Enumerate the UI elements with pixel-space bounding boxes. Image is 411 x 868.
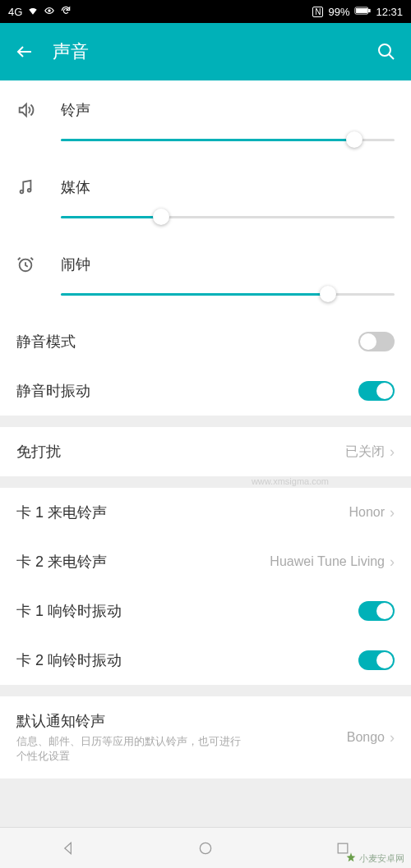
media-slider[interactable] [61, 209, 395, 225]
svg-point-6 [28, 189, 31, 192]
wifi-icon [27, 5, 39, 19]
svg-point-8 [200, 843, 210, 853]
nav-back-button[interactable] [60, 840, 76, 857]
vibrate-silent-row[interactable]: 静音时振动 [0, 366, 411, 416]
svg-point-5 [21, 191, 24, 194]
default-notif-label: 默认通知铃声 [16, 711, 247, 731]
chevron-right-icon: › [390, 504, 395, 521]
sim2-vibrate-toggle[interactable] [358, 650, 395, 670]
vibrate-silent-toggle[interactable] [358, 381, 395, 401]
svg-rect-3 [357, 8, 367, 12]
sim2-vibrate-row[interactable]: 卡 2 响铃时振动 [0, 636, 411, 685]
divider [0, 416, 411, 427]
alarm-label: 闹钟 [61, 255, 90, 274]
svg-rect-2 [369, 9, 371, 11]
silent-mode-row[interactable]: 静音模式 [0, 317, 411, 366]
sim2-vibrate-label: 卡 2 响铃时振动 [16, 650, 122, 670]
chevron-right-icon: › [390, 553, 395, 571]
ringtone-icon [16, 101, 43, 119]
battery-percent: 99% [328, 6, 349, 18]
app-header: 声音 [0, 23, 411, 80]
sim1-vibrate-row[interactable]: 卡 1 响铃时振动 [0, 586, 411, 636]
sim1-vibrate-label: 卡 1 响铃时振动 [16, 601, 122, 621]
sim2-ringtone-row[interactable]: 卡 2 来电铃声 Huawei Tune Living› [0, 537, 411, 586]
volume-ringtone: 铃声 [16, 100, 395, 148]
sim2-ringtone-label: 卡 2 来电铃声 [16, 552, 107, 572]
vibrate-silent-label: 静音时振动 [16, 381, 90, 401]
svg-point-4 [379, 44, 390, 56]
chevron-right-icon: › [390, 443, 395, 461]
refresh-icon [60, 5, 72, 19]
media-icon [16, 178, 43, 196]
sim1-ringtone-value: Honor› [349, 504, 395, 521]
status-right: N 99% 12:31 [312, 6, 403, 18]
silent-mode-label: 静音模式 [16, 332, 76, 351]
chevron-right-icon: › [390, 729, 395, 746]
svg-rect-9 [338, 843, 348, 853]
volume-media: 媒体 [16, 177, 395, 225]
status-bar: 4G N 99% 12:31 [0, 0, 411, 23]
dnd-label: 免打扰 [16, 442, 61, 462]
dnd-row[interactable]: 免打扰 已关闭› [0, 427, 411, 476]
divider [0, 476, 411, 488]
nfc-icon: N [312, 7, 323, 17]
back-button[interactable] [15, 42, 35, 62]
volume-section: 铃声 媒体 闹钟 [0, 80, 411, 317]
signal-icon: 4G [8, 6, 22, 18]
battery-icon [354, 6, 371, 18]
svg-point-0 [48, 9, 52, 12]
volume-alarm: 闹钟 [16, 255, 395, 302]
ringtone-slider[interactable] [61, 131, 395, 148]
default-notif-value: Bongo› [347, 729, 395, 746]
dnd-value: 已关闭› [345, 443, 395, 461]
ringtone-label: 铃声 [61, 100, 90, 120]
alarm-slider[interactable] [61, 286, 395, 302]
alarm-icon [16, 255, 43, 273]
clock-text: 12:31 [376, 6, 403, 18]
sim1-vibrate-toggle[interactable] [358, 601, 395, 621]
page-title: 声音 [53, 39, 376, 64]
sim1-ringtone-label: 卡 1 来电铃声 [16, 503, 107, 522]
default-notif-sub: 信息、邮件、日历等应用的默认铃声，也可进行个性化设置 [16, 734, 247, 764]
status-left: 4G [8, 5, 72, 19]
silent-mode-toggle[interactable] [358, 332, 395, 351]
divider [0, 685, 411, 696]
sim2-ringtone-value: Huawei Tune Living› [270, 553, 395, 571]
media-label: 媒体 [61, 177, 90, 197]
navigation-bar [0, 827, 411, 868]
nav-home-button[interactable] [197, 840, 214, 857]
default-notif-row[interactable]: 默认通知铃声 信息、邮件、日历等应用的默认铃声，也可进行个性化设置 Bongo› [0, 696, 411, 778]
sim1-ringtone-row[interactable]: 卡 1 来电铃声 Honor› [0, 488, 411, 537]
search-button[interactable] [376, 42, 396, 62]
nav-recent-button[interactable] [335, 840, 351, 857]
eye-icon [44, 5, 55, 19]
